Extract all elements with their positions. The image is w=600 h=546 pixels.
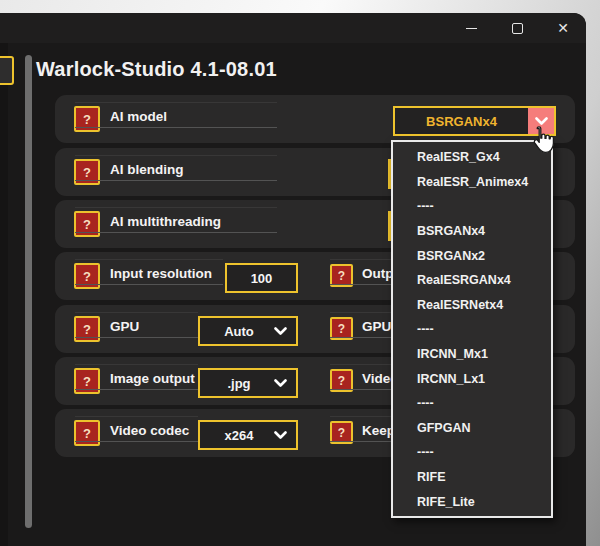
ai-model-dropdown[interactable]: BSRGANx4 <box>393 106 556 136</box>
row-label: Video codec <box>110 423 189 438</box>
video-codec-dropdown[interactable]: x264 <box>198 420 298 450</box>
desktop-background: ✕ Warlock-Studio 4.1-08.01 ? AI model BS… <box>0 0 600 546</box>
dropdown-option[interactable]: RIFE <box>393 465 551 490</box>
page-title: Warlock-Studio 4.1-08.01 <box>36 58 277 81</box>
dropdown-option-separator[interactable]: ---- <box>393 391 551 416</box>
dropdown-option-separator[interactable]: ---- <box>393 440 551 465</box>
row-label: AI blending <box>110 162 184 177</box>
close-icon: ✕ <box>557 21 569 35</box>
input-resolution-field[interactable] <box>225 263 298 293</box>
row-label: AI multithreading <box>110 214 221 229</box>
chevron-down-icon <box>535 117 548 126</box>
dropdown-option[interactable]: RealESR_Animex4 <box>393 170 551 195</box>
titlebar[interactable]: ✕ <box>0 13 586 43</box>
gpu-dropdown[interactable]: Auto <box>198 316 298 346</box>
row-label: AI model <box>110 109 167 124</box>
dropdown-option[interactable]: BSRGANx2 <box>393 243 551 268</box>
dropdown-option[interactable]: IRCNN_Lx1 <box>393 366 551 391</box>
row-label: GPU <box>110 319 139 334</box>
label-underline: AI blending <box>75 155 277 181</box>
chevron-down-icon <box>274 379 287 388</box>
maximize-icon <box>512 23 523 34</box>
image-output-dropdown-arrow[interactable] <box>264 370 296 396</box>
label-underline: Video codec <box>75 416 198 442</box>
row-ai-model: ? AI model BSRGANx4 <box>55 95 575 143</box>
label-underline: Image output <box>75 364 198 390</box>
label-underline: AI multithreading <box>75 207 277 233</box>
dropdown-option[interactable]: RIFE_Lite <box>393 489 551 514</box>
row-label: Image output <box>110 371 195 386</box>
gpu-dropdown-arrow[interactable] <box>264 318 296 344</box>
label-underline: GPU <box>75 312 198 338</box>
dropdown-option[interactable]: IRCNN_Mx1 <box>393 342 551 367</box>
close-button[interactable]: ✕ <box>546 13 580 43</box>
dropdown-option-separator[interactable]: ---- <box>393 194 551 219</box>
ai-model-options-popup: RealESR_Gx4 RealESR_Animex4 ---- BSRGANx… <box>391 140 553 518</box>
dropdown-option[interactable]: RealESRNetx4 <box>393 293 551 318</box>
ai-model-value: BSRGANx4 <box>395 108 528 134</box>
gpu-value: Auto <box>200 318 264 344</box>
video-codec-value: x264 <box>200 422 264 448</box>
dropdown-option[interactable]: BSRGANx4 <box>393 219 551 244</box>
image-output-value: .jpg <box>200 370 264 396</box>
video-codec-dropdown-arrow[interactable] <box>264 422 296 448</box>
chevron-down-icon <box>274 327 287 336</box>
row-label: Input resolution <box>110 266 212 281</box>
ai-model-dropdown-arrow[interactable] <box>528 108 554 134</box>
image-output-dropdown[interactable]: .jpg <box>198 368 298 398</box>
dropdown-option-separator[interactable]: ---- <box>393 317 551 342</box>
maximize-button[interactable] <box>500 13 534 43</box>
minimize-button[interactable] <box>454 13 488 43</box>
dropdown-option[interactable]: GFPGAN <box>393 416 551 441</box>
left-edge-button-fragment[interactable] <box>0 56 14 85</box>
vertical-scrollbar[interactable] <box>25 55 32 528</box>
window-left-strip <box>0 13 8 546</box>
dropdown-option[interactable]: RealESRGANx4 <box>393 268 551 293</box>
label-underline: AI model <box>75 102 277 128</box>
minimize-icon <box>466 28 477 29</box>
label-underline: Input resolution <box>75 259 223 285</box>
dropdown-option[interactable]: RealESR_Gx4 <box>393 145 551 170</box>
chevron-down-icon <box>274 431 287 440</box>
